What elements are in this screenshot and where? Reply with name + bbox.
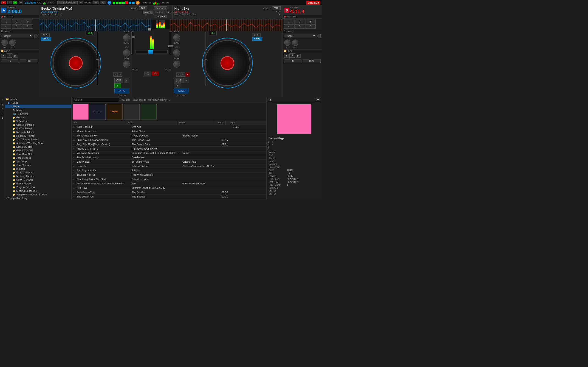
loop-a-forward[interactable]: ▶ bbox=[13, 54, 18, 58]
track-row[interactable]: ♪ She Loves You The Beatles 02:21 bbox=[72, 194, 267, 199]
cue-a-btn-1[interactable]: 1 bbox=[1, 19, 11, 24]
sidebar-item-gringo[interactable]: 📁 GRINGO LIVE bbox=[5, 149, 71, 152]
deck-b-tap[interactable]: TAP bbox=[272, 6, 281, 10]
sidebar-item-vampire[interactable]: 📁 Vampire Weekend - Contra bbox=[5, 193, 71, 196]
sidebar-item-compatible[interactable]: ♪ Compatible Songs bbox=[5, 196, 71, 200]
album-thumb-3[interactable]: BR&N bbox=[107, 104, 123, 120]
turntable-b[interactable] bbox=[204, 40, 250, 86]
slip-a-button[interactable]: SLIP bbox=[41, 33, 50, 37]
sidebar-item-crates[interactable]: 📁 Crates bbox=[5, 97, 71, 101]
nav-icon-search[interactable]: ⊞ bbox=[0, 102, 4, 107]
sidebar-item-itunes[interactable]: ▶ iTunes bbox=[5, 101, 71, 105]
album-thumb-1[interactable] bbox=[73, 104, 89, 120]
eq-left-mid[interactable] bbox=[123, 49, 130, 56]
cue-b-transport[interactable]: CUE bbox=[174, 78, 183, 83]
master-button[interactable]: MASTER bbox=[155, 15, 167, 18]
track-row[interactable]: ♪ Bad Boyz for Life P Diddy bbox=[72, 168, 267, 173]
minimize-button[interactable]: ─ bbox=[7, 1, 12, 4]
sidebar-item-singing[interactable]: 📁 Singing Success bbox=[5, 185, 71, 189]
cue-a-transport[interactable]: CUE bbox=[114, 78, 123, 83]
turntable-a[interactable] bbox=[53, 40, 99, 86]
vinyl-b-button[interactable]: VINYL bbox=[252, 37, 262, 41]
album-thumb-4[interactable] bbox=[124, 104, 140, 120]
deck-b-minus[interactable]: − bbox=[176, 73, 181, 77]
sidebar-item-mrindie[interactable]: 📁 Mr Indie Electro bbox=[5, 174, 71, 178]
nav-icon-arrow[interactable]: ← bbox=[0, 112, 4, 116]
track-row[interactable]: ♪ Check Baby 35. WhiteNoize Original Mix bbox=[72, 160, 267, 164]
deck-b-plus[interactable]: + bbox=[181, 73, 185, 77]
track-row[interactable]: ♪ I Get Around [Mono Version] The Beach … bbox=[72, 138, 267, 142]
sidebar-item-tvshows[interactable]: 📺 TV Shows bbox=[5, 112, 71, 116]
search-input[interactable] bbox=[73, 98, 119, 102]
deck-a-plus[interactable]: + bbox=[118, 73, 122, 77]
track-row[interactable]: ♪ Jlo- Jenny From The Block Jennifer Lop… bbox=[72, 177, 267, 181]
headphone-left[interactable]: 🎧 bbox=[144, 72, 151, 75]
pause-a-button[interactable]: ⏸ bbox=[124, 78, 129, 83]
nav-icon-filter[interactable]: ⊟ bbox=[0, 107, 4, 111]
track-row[interactable]: ♪ Girls Get Stuff Des Ark 117.0 bbox=[72, 125, 267, 129]
sidebar-item-opm[interactable]: 📁 OPM IS DEAD bbox=[5, 178, 71, 182]
deck-b-spd-knob[interactable] bbox=[292, 40, 298, 46]
track-row[interactable]: ♪ New Life Jeremy Glenn Perseus 'Summer … bbox=[72, 164, 267, 168]
track-row[interactable]: ♪ Fun, Fun, Fun [Mono Version] The Beach… bbox=[72, 142, 267, 147]
sidebar-item-jazzsmooth[interactable]: 📁 Jazz Smooth bbox=[5, 163, 71, 167]
track-row[interactable]: ♪ This Is What I Want Bearbabes bbox=[72, 155, 267, 160]
sidebar-item-recentlyadded[interactable]: 📁 Recently Added bbox=[5, 130, 71, 134]
sidebar-item-digitaldj[interactable]: 📁 Digital DJ Tips bbox=[5, 145, 71, 149]
headphone-right[interactable]: 🎧 bbox=[152, 72, 159, 75]
layout-mode-button[interactable]: 2 DECK MIXER bbox=[57, 1, 78, 4]
sidebar-item-90s[interactable]: 📁 90's Music bbox=[5, 119, 71, 123]
pitch-slider-a[interactable] bbox=[97, 32, 98, 86]
cue-a-btn-4[interactable]: 4 bbox=[1, 24, 11, 29]
track-row[interactable]: ♪ the white tie affair-you look better w… bbox=[72, 181, 267, 186]
maximize-button[interactable]: + bbox=[13, 1, 17, 4]
cue-b-btn-2[interactable]: 2 bbox=[294, 19, 305, 24]
loop-b-in[interactable]: IN bbox=[284, 59, 302, 63]
cue-b-btn-5[interactable]: 5 bbox=[294, 24, 305, 29]
fader-right[interactable] bbox=[169, 31, 172, 54]
effect-a-select[interactable]: Flanger bbox=[1, 34, 33, 38]
loop-b-forward[interactable]: ▶ bbox=[296, 54, 301, 58]
track-row[interactable]: ♪ I Need a Girl Part 2 P Diddy feat Ginu… bbox=[72, 147, 267, 151]
deck-a-tap[interactable]: TAP bbox=[139, 6, 147, 10]
mode-button-2[interactable]: ⊞ bbox=[100, 1, 106, 4]
album-thumb-5[interactable] bbox=[141, 104, 157, 120]
effect-b-select[interactable]: Flanger bbox=[284, 34, 316, 38]
play-a-button[interactable]: ▶ bbox=[114, 83, 121, 88]
sidebar-item-music[interactable]: ♫ Music bbox=[5, 105, 71, 108]
cue-a-btn-6[interactable]: 6 bbox=[23, 24, 33, 29]
cue-b-btn-4[interactable]: 4 bbox=[284, 24, 294, 29]
sidebar-item-jazzbluenote[interactable]: 📁 Jazz Blue Note bbox=[5, 152, 71, 156]
track-row[interactable]: ♪ Welcome To Atlanta Jermaine Dupri feat… bbox=[72, 151, 267, 155]
track-row[interactable]: ♪ From Me to You The Beatles 01:56 bbox=[72, 190, 267, 194]
eq-left-low[interactable] bbox=[123, 61, 130, 68]
deck-a-spd-knob[interactable] bbox=[9, 40, 16, 46]
sidebar-item-antonio[interactable]: 📁 Antonio's Wedding New bbox=[5, 141, 71, 145]
sidebar-item-jazzmodern[interactable]: 📁 Jazz Modern bbox=[5, 156, 71, 160]
sync-a-button[interactable]: SYNC bbox=[114, 89, 129, 93]
deck-a-str-knob[interactable] bbox=[1, 40, 8, 46]
sidebar-item-mredm[interactable]: 📁 Mr EDM Electro bbox=[5, 171, 71, 174]
deck-b-str-knob[interactable] bbox=[284, 40, 291, 46]
sidebar-item-mp3tag[interactable]: 📁 mp3tag bbox=[5, 167, 71, 171]
pause-b-button[interactable]: ⏸ bbox=[183, 78, 189, 83]
cue-b-btn-6[interactable]: 6 bbox=[305, 24, 316, 29]
eq-left-high[interactable] bbox=[123, 34, 130, 41]
sidebar-item-classical[interactable]: 📁 Classical Music bbox=[5, 123, 71, 127]
video-tab[interactable]: VIDEO bbox=[154, 10, 164, 14]
track-row[interactable]: ♪ I Want to Hold Your Hand The Beatles 0… bbox=[72, 199, 267, 200]
sidebar-item-jazzpop[interactable]: 📁 Jazz Pop bbox=[5, 160, 71, 163]
sync-b-button[interactable]: SYNC bbox=[174, 89, 189, 93]
mode-button-1[interactable]: ▭ bbox=[93, 1, 99, 4]
track-row[interactable]: ♪ Moments in Love Adam Story bbox=[72, 129, 267, 133]
pitch-slider-b[interactable] bbox=[205, 32, 206, 86]
sidebar-item-genius[interactable]: 📁 Genius bbox=[5, 116, 71, 119]
sidebar-item-singing3[interactable]: 📁 Singing Success 3 bbox=[5, 189, 71, 193]
sidebar-item-recentlyplayed[interactable]: 📁 Recently Played bbox=[5, 134, 71, 138]
cue-a-btn-2[interactable]: 2 bbox=[12, 19, 22, 24]
crossfader[interactable] bbox=[136, 50, 168, 53]
sidebar-item-punta[interactable]: 📁 Punta Fuego bbox=[5, 182, 71, 185]
cue-a-btn-3[interactable]: 3 bbox=[23, 19, 33, 24]
track-row[interactable]: ♪ All I Have Jennifer Lopez ft. LL Cool … bbox=[72, 186, 267, 190]
loop-b-out[interactable]: OUT bbox=[303, 59, 321, 63]
